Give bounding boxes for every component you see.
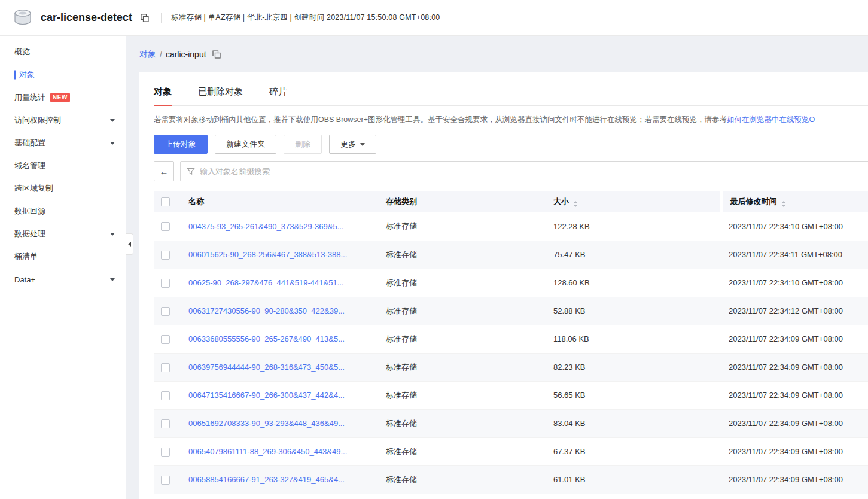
- bucket-icon: [11, 7, 35, 29]
- table-row: 00647135416667-90_266-300&437_442&4... 标…: [154, 381, 868, 409]
- sidebar-item-back-to-source[interactable]: 数据回源: [0, 200, 126, 223]
- table-row: 00625-90_268-297&476_441&519-441&51... 标…: [154, 269, 868, 297]
- row-checkbox[interactable]: [161, 363, 170, 372]
- sidebar-item-label: 用量统计: [14, 92, 45, 103]
- sidebar-item-basic-config[interactable]: 基础配置: [0, 132, 126, 154]
- tab-objects[interactable]: 对象: [154, 86, 172, 105]
- new-badge: NEW: [50, 93, 70, 102]
- object-name-link[interactable]: 00633680555556-90_265-267&490_413&5...: [188, 334, 345, 343]
- object-name-link[interactable]: 00647135416667-90_266-300&437_442&4...: [188, 391, 345, 400]
- more-button-label: 更多: [340, 139, 356, 150]
- search-row: ←: [154, 161, 868, 181]
- sort-size-icon[interactable]: [573, 201, 578, 207]
- search-input[interactable]: [200, 167, 868, 176]
- main-content: 对象 / carlic-input 对象 已删除对象 碎片 若需要将对象移动到桶…: [126, 0, 868, 499]
- object-name-link[interactable]: 006015625-90_268-256&467_388&513-388...: [188, 250, 347, 259]
- sidebar-item-overview[interactable]: 概览: [0, 41, 126, 63]
- copy-path-icon[interactable]: [212, 50, 221, 59]
- row-checkbox[interactable]: [161, 222, 170, 231]
- sidebar-item-label: 数据回源: [14, 206, 45, 217]
- modified-cell: 2023/11/07 22:34:10 GMT+08:00: [721, 269, 868, 297]
- copy-bucket-name-icon[interactable]: [141, 14, 149, 22]
- size-cell: 82.23 KB: [546, 353, 721, 381]
- sidebar-item-bucket-inventory[interactable]: 桶清单: [0, 245, 126, 268]
- size-cell: 61.01 KB: [546, 465, 721, 494]
- sidebar-item-data-processing[interactable]: 数据处理: [0, 223, 126, 245]
- table-row: 00631727430556-90_90-280&350_422&39... 标…: [154, 297, 868, 325]
- sort-modified-icon[interactable]: [781, 201, 786, 207]
- object-name-link[interactable]: 00625-90_268-297&476_441&519-441&51...: [188, 278, 344, 287]
- sidebar-item-domain-management[interactable]: 域名管理: [0, 154, 126, 177]
- notice-text: 若需要将对象移动到桶内其他位置，推荐下载使用OBS Browser+图形化管理工…: [154, 115, 727, 124]
- object-table-body: 004375-93_265-261&490_373&529-369&5... 标…: [154, 212, 868, 494]
- column-name: 名称: [188, 197, 204, 206]
- size-cell: 75.47 KB: [546, 241, 721, 269]
- collapse-left-icon: [128, 242, 131, 247]
- row-checkbox[interactable]: [161, 476, 170, 485]
- row-checkbox[interactable]: [161, 448, 170, 457]
- modified-cell: 2023/11/07 22:34:09 GMT+08:00: [721, 353, 868, 381]
- modified-cell: 2023/11/07 22:34:09 GMT+08:00: [721, 325, 868, 353]
- sidebar-item-access-control[interactable]: 访问权限控制: [0, 109, 126, 132]
- sidebar-item-objects[interactable]: 对象: [0, 63, 126, 86]
- breadcrumb-current-folder: carlic-input: [166, 50, 206, 59]
- object-name-link[interactable]: 00639756944444-90_268-316&473_450&5...: [188, 363, 345, 372]
- table-row: 00654079861111-88_269-306&450_443&49... …: [154, 437, 868, 465]
- upload-object-button[interactable]: 上传对象: [154, 135, 208, 154]
- sidebar: 概览 对象 用量统计 NEW 访问权限控制 基础配置 域名管理 跨区域复制 数据…: [0, 36, 126, 499]
- notice: 若需要将对象移动到桶内其他位置，推荐下载使用OBS Browser+图形化管理工…: [154, 115, 868, 125]
- table-header-row: 名称 存储类别 大小 最后修改时间: [154, 191, 868, 212]
- back-button[interactable]: ←: [154, 161, 174, 181]
- tab-deleted-objects[interactable]: 已删除对象: [198, 86, 243, 105]
- sidebar-item-dataplus[interactable]: Data+: [0, 268, 126, 291]
- chevron-down-icon: [110, 142, 115, 145]
- more-button[interactable]: 更多: [329, 135, 376, 154]
- size-cell: 67.37 KB: [546, 437, 721, 465]
- sidebar-item-label: 数据处理: [14, 229, 45, 239]
- object-name-link[interactable]: 00631727430556-90_90-280&350_422&39...: [188, 306, 345, 315]
- row-checkbox[interactable]: [161, 307, 170, 316]
- object-name-link[interactable]: 004375-93_265-261&490_373&529-369&5...: [188, 222, 344, 231]
- sidebar-item-label: 基础配置: [14, 138, 45, 148]
- table-row: 00639756944444-90_268-316&473_450&5... 标…: [154, 353, 868, 381]
- row-checkbox[interactable]: [161, 391, 170, 400]
- column-last-modified: 最后修改时间: [730, 197, 777, 206]
- modified-cell: 2023/11/07 22:34:09 GMT+08:00: [721, 409, 868, 437]
- table-row: 00651692708333-90_93-293&448_436&49... 标…: [154, 409, 868, 437]
- object-table: 名称 存储类别 大小 最后修改时间 004375-93_265-261&490_…: [154, 191, 868, 494]
- bucket-header: car-license-detect 标准存储 | 单AZ存储 | 华北-北京四…: [0, 0, 868, 36]
- sidebar-item-label: 域名管理: [14, 160, 45, 171]
- row-checkbox[interactable]: [161, 279, 170, 288]
- search-box[interactable]: [180, 161, 868, 181]
- object-name-link[interactable]: 00651692708333-90_93-293&448_436&49...: [188, 419, 345, 428]
- table-row: 004375-93_265-261&490_373&529-369&5... 标…: [154, 212, 868, 241]
- size-cell: 83.04 KB: [546, 409, 721, 437]
- row-checkbox[interactable]: [161, 419, 170, 428]
- object-name-link[interactable]: 00658854166667-91_263-327&419_465&4...: [188, 475, 345, 484]
- row-checkbox[interactable]: [161, 251, 170, 260]
- delete-button[interactable]: 删除: [284, 135, 322, 154]
- sidebar-item-label: 桶清单: [14, 251, 38, 262]
- chevron-down-icon: [360, 143, 365, 146]
- notice-preview-link[interactable]: 如何在浏览器中在线预览O: [727, 115, 815, 124]
- object-name-link[interactable]: 00654079861111-88_269-306&450_443&49...: [188, 447, 347, 456]
- breadcrumb-objects-link[interactable]: 对象: [139, 49, 156, 60]
- select-all-checkbox[interactable]: [161, 197, 170, 206]
- storage-class-cell: 标准存储: [379, 353, 546, 381]
- row-checkbox[interactable]: [161, 335, 170, 344]
- table-row: 00658854166667-91_263-327&419_465&4... 标…: [154, 465, 868, 494]
- tab-fragments[interactable]: 碎片: [269, 86, 287, 105]
- chevron-down-icon: [110, 233, 115, 236]
- storage-class-cell: 标准存储: [379, 381, 546, 409]
- storage-class-cell: 标准存储: [379, 437, 546, 465]
- sidebar-item-usage-statistics[interactable]: 用量统计 NEW: [0, 86, 126, 109]
- modified-cell: 2023/11/07 22:34:09 GMT+08:00: [721, 381, 868, 409]
- sidebar-item-cross-region-replication[interactable]: 跨区域复制: [0, 177, 126, 200]
- size-cell: 122.28 KB: [546, 212, 721, 241]
- sidebar-item-label: 对象: [19, 69, 35, 80]
- modified-cell: 2023/11/07 22:34:10 GMT+08:00: [721, 212, 868, 241]
- new-folder-button[interactable]: 新建文件夹: [215, 135, 276, 154]
- filter-icon: [187, 167, 195, 175]
- size-cell: 52.88 KB: [546, 297, 721, 325]
- sidebar-collapse-handle[interactable]: [126, 233, 133, 255]
